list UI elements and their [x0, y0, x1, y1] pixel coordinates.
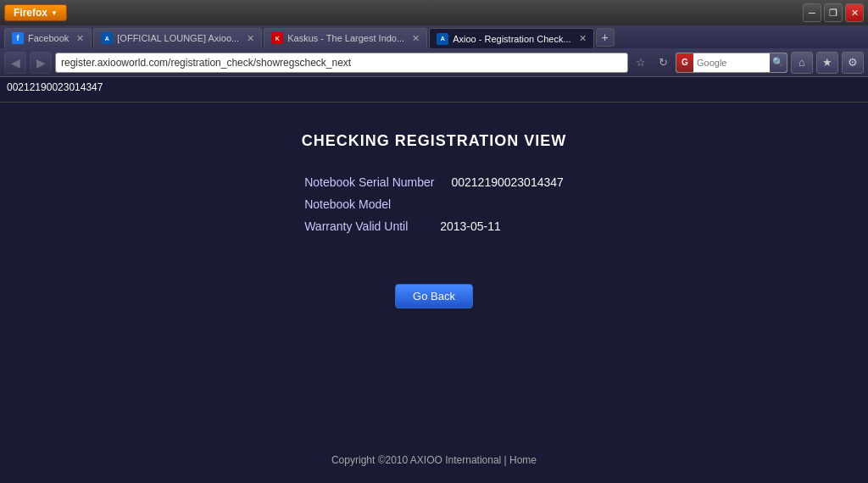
home-icon: ⌂ [798, 56, 805, 69]
close-button[interactable]: ✕ [845, 3, 864, 22]
restore-icon: ❐ [829, 8, 837, 19]
registration-info-table: Notebook Serial Number 00212190023014347… [304, 175, 564, 242]
firefox-menu-button[interactable]: Firefox [4, 4, 67, 21]
tab-axioo-lounge-label: [OFFICIAL LOUNGE] Axioo... [117, 33, 239, 43]
warranty-value: 2013-05-11 [440, 219, 501, 233]
axioo-reg-favicon: A [437, 33, 448, 45]
search-input[interactable] [693, 53, 770, 72]
tab-axioo-lounge[interactable]: A [OFFICIAL LOUNGE] Axioo... ✕ [93, 28, 262, 48]
tab-facebook-label: Facebook [28, 33, 69, 43]
model-row: Notebook Model [304, 197, 564, 211]
facebook-favicon: f [12, 32, 24, 44]
bookmark-star-button[interactable]: ☆ [632, 53, 650, 72]
window-controls: ─ ❐ ✕ [803, 3, 864, 22]
forward-button[interactable]: ▶ [30, 52, 52, 74]
forward-icon: ▶ [36, 56, 46, 69]
firefox-label: Firefox [14, 7, 47, 19]
home-button[interactable]: ⌂ [791, 52, 813, 74]
page-title: CHECKING REGISTRATION VIEW [302, 132, 567, 150]
tab-axioo-reg-label: Axioo - Registration Check... [453, 34, 570, 44]
search-submit-button[interactable]: 🔍 [770, 53, 787, 72]
tab-kaskus-label: Kaskus - The Largest Indo... [287, 33, 404, 43]
tab-axioo-lounge-close[interactable]: ✕ [247, 33, 254, 44]
tabs-bar: f Facebook ✕ A [OFFICIAL LOUNGE] Axioo..… [0, 25, 868, 48]
tab-axioo-reg-close[interactable]: ✕ [579, 33, 587, 44]
kaskus-favicon: K [271, 32, 283, 44]
minimize-icon: ─ [809, 8, 815, 18]
close-icon: ✕ [851, 8, 859, 19]
serial-number-row: Notebook Serial Number 00212190023014347 [304, 175, 564, 189]
tab-kaskus-close[interactable]: ✕ [412, 33, 420, 44]
page-content: 00212190023014347 CHECKING REGISTRATION … [0, 77, 868, 483]
title-bar: Firefox ─ ❐ ✕ [0, 0, 868, 25]
google-logo-icon: G [676, 53, 693, 72]
search-bar[interactable]: G 🔍 [676, 53, 787, 73]
new-tab-button[interactable]: + [596, 28, 615, 47]
new-tab-icon: + [601, 31, 608, 44]
navigation-bar: ◀ ▶ register.axiooworld.com/registration… [0, 48, 868, 77]
page-serial-display: 00212190023014347 [0, 77, 868, 97]
tab-facebook[interactable]: f Facebook ✕ [4, 28, 92, 48]
model-label: Notebook Model [304, 197, 440, 211]
serial-number-value: 00212190023014347 [451, 175, 563, 189]
back-icon: ◀ [11, 56, 20, 69]
content-divider [0, 102, 868, 103]
tools-icon: ⚙ [848, 56, 858, 69]
tab-facebook-close[interactable]: ✕ [76, 33, 84, 44]
star-icon: ☆ [636, 56, 646, 69]
warranty-row: Warranty Valid Until 2013-05-11 [304, 219, 564, 233]
refresh-icon: ↻ [659, 56, 668, 69]
home-link[interactable]: Home [509, 454, 537, 466]
tab-kaskus[interactable]: K Kaskus - The Largest Indo... ✕ [264, 28, 427, 48]
tools-button[interactable]: ⚙ [842, 52, 864, 74]
url-bar[interactable]: register.axiooworld.com/registration_che… [55, 53, 628, 73]
bookmarks-button[interactable]: ★ [816, 52, 838, 74]
serial-number-label: Notebook Serial Number [304, 175, 451, 189]
axioo-lounge-favicon: A [101, 32, 113, 44]
tab-axioo-reg[interactable]: A Axioo - Registration Check... ✕ [429, 28, 593, 48]
minimize-button[interactable]: ─ [803, 3, 821, 22]
main-content: CHECKING REGISTRATION VIEW Notebook Seri… [0, 107, 868, 334]
warranty-label: Warranty Valid Until [304, 219, 440, 233]
refresh-button[interactable]: ↻ [654, 53, 672, 72]
url-text: register.axiooworld.com/registration_che… [61, 57, 351, 69]
page-footer: Copyright ©2010 AXIOO International | Ho… [0, 454, 868, 466]
bookmarks-icon: ★ [822, 56, 832, 69]
go-back-button[interactable]: Go Back [395, 284, 473, 308]
footer-text: Copyright ©2010 AXIOO International | Ho… [331, 454, 537, 466]
back-button[interactable]: ◀ [4, 52, 26, 74]
restore-button[interactable]: ❐ [824, 3, 843, 22]
